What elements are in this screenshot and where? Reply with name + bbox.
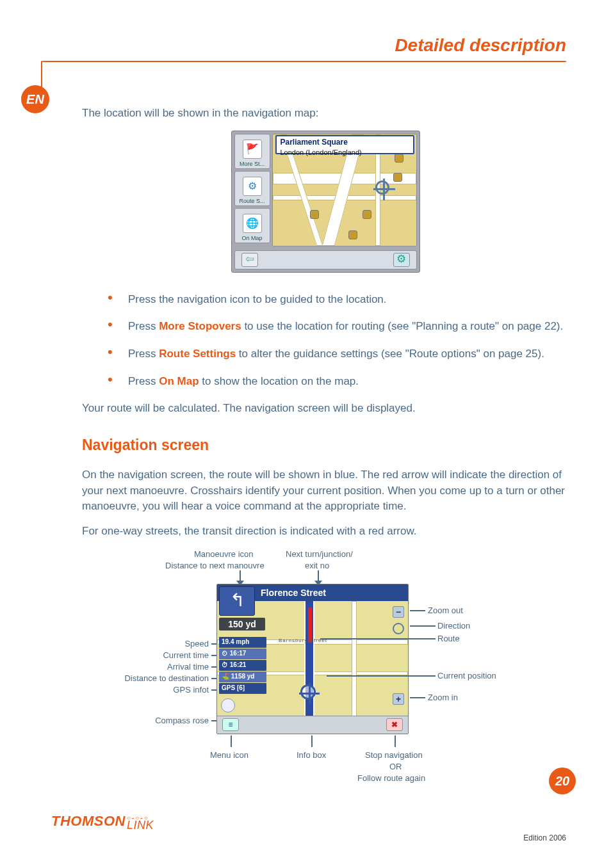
callout-route: Route	[437, 633, 460, 645]
info-speed: 19.4 mph	[219, 637, 266, 648]
flag-icon: 🚩	[243, 140, 262, 159]
options-button[interactable]: ⚙	[393, 253, 410, 267]
intro-paragraph: The location will be shown in the naviga…	[82, 106, 569, 122]
gear-icon: ⚙	[396, 252, 406, 268]
globe-icon: 🌐	[243, 214, 262, 233]
list-text: to alter the guidance settings (see "Rou…	[236, 348, 544, 360]
list-emphasis: On Map	[159, 375, 199, 387]
navigation-screenshot: Barnsbury Street Florence Street ↰ 150 y…	[216, 584, 409, 734]
nav-para-1: On the navigation screen, the route will…	[82, 467, 569, 515]
back-button[interactable]: ⇦	[241, 253, 258, 267]
brand-logo: THOMSON ○-○-○ LINK	[51, 813, 154, 830]
brand-sub: LINK	[127, 821, 154, 830]
tile-label: More St...	[240, 160, 265, 168]
distance-to-next: 150 yd	[219, 618, 265, 631]
direction-icon	[393, 623, 404, 634]
plus-icon: +	[396, 693, 401, 705]
language-badge: EN	[21, 85, 49, 113]
list-item: Press the navigation icon to be guided t…	[108, 292, 569, 308]
tile-label: On Map	[241, 234, 262, 243]
info-arrival-time: ⏱ 16:21	[219, 660, 266, 671]
callout-zoom-out: Zoom out	[428, 605, 463, 617]
callout-current-position: Current position	[437, 670, 496, 682]
gear-flag-icon: ⚙	[243, 177, 262, 196]
list-text: Press	[128, 348, 159, 360]
info-gps: GPS [6]	[219, 683, 266, 694]
callout-stop-nav: Stop navigation	[365, 750, 423, 762]
list-text: to show the location on the map.	[199, 375, 359, 387]
zoom-in-button[interactable]: +	[393, 693, 404, 705]
section-header: Detailed description	[395, 35, 566, 56]
tile-more-stopovers[interactable]: 🚩More St...	[234, 134, 270, 169]
turn-left-icon: ↰	[230, 588, 245, 614]
brand-main: THOMSON	[51, 813, 126, 830]
instruction-list: Press the navigation icon to be guided t…	[108, 292, 569, 390]
callout-or: OR	[389, 761, 402, 773]
address-box: Parliament Square London (London/England…	[275, 135, 414, 154]
list-text: Press	[128, 375, 159, 387]
crosshair-icon	[375, 181, 389, 195]
callout-menu-icon: Menu icon	[210, 750, 248, 762]
callout-distance-to-dest: Distance to destination	[111, 673, 209, 685]
subheading-navigation-screen: Navigation screen	[82, 435, 569, 456]
callout-arrival-time: Arrival time	[156, 661, 209, 673]
callout-direction: Direction	[437, 620, 470, 632]
list-text: Press the navigation icon to be guided t…	[128, 293, 387, 305]
callout-follow-route: Follow route again	[357, 773, 425, 785]
page-number-badge: 20	[549, 768, 576, 794]
minus-icon: −	[396, 606, 401, 618]
list-emphasis: Route Settings	[159, 348, 236, 360]
callout-gps-info: GPS infot	[167, 684, 209, 696]
list-item: Press Route Settings to alter the guidan…	[108, 346, 569, 362]
tile-label: Route S...	[239, 197, 265, 205]
after-bullets-paragraph: Your route will be calculated. The navig…	[82, 401, 569, 417]
poi-icon	[310, 210, 319, 219]
device-map-screenshot: 🚩More St... ⚙Route S... 🌐On Map Parliame…	[231, 131, 420, 273]
callout-compass-rose: Compass rose	[142, 715, 209, 727]
stop-navigation-button[interactable]: ✖	[386, 718, 403, 731]
info-current-time: ⏲ 16:17	[219, 648, 266, 659]
zoom-out-button[interactable]: −	[393, 606, 404, 618]
menu-button[interactable]: ≡	[222, 718, 239, 731]
close-icon: ✖	[391, 719, 398, 730]
callout-speed: Speed	[178, 638, 209, 650]
top-street-text: Florence Street	[261, 586, 326, 599]
info-distance-dest: ⛳ 1158 yd	[219, 671, 266, 682]
address-title: Parliament Square	[281, 137, 409, 148]
callout-manoeuvre-icon: Manoeuvre icon	[194, 549, 254, 561]
arrow-left-icon: ⇦	[245, 252, 254, 268]
nav-diagram: Manoeuvre icon Distance to next manouvre…	[82, 549, 569, 805]
edition-text: Edition 2006	[523, 833, 566, 842]
manoeuvre-icon: ↰	[219, 586, 255, 616]
list-text: Press	[128, 320, 159, 332]
callout-current-time: Current time	[148, 650, 209, 662]
poi-icon	[363, 210, 371, 219]
tile-on-map[interactable]: 🌐On Map	[234, 208, 270, 243]
list-emphasis: More Stopovers	[159, 320, 241, 332]
address-subtitle: London (London/England)	[281, 148, 409, 158]
menu-icon: ≡	[228, 719, 232, 730]
side-info-panel: 19.4 mph ⏲ 16:17 ⏱ 16:21 ⛳ 1158 yd GPS […	[219, 637, 266, 695]
tile-route-settings[interactable]: ⚙Route S...	[234, 171, 270, 206]
callout-distance-next: Distance to next manouvre	[165, 560, 265, 572]
poi-icon	[348, 230, 357, 239]
current-position-crosshair-icon	[300, 684, 316, 700]
poi-icon	[393, 173, 402, 182]
header-rule	[42, 61, 566, 62]
list-text: to use the location for routing (see "Pl…	[241, 320, 564, 332]
callout-zoom-in: Zoom in	[428, 692, 458, 704]
list-item: Press On Map to show the location on the…	[108, 374, 569, 390]
nav-para-2: For one-way streets, the transit directi…	[82, 524, 569, 540]
compass-rose-icon	[221, 698, 235, 712]
callout-next-turn: Next turn/junction/	[286, 549, 353, 561]
callout-info-box: Info box	[297, 750, 326, 762]
list-item: Press More Stopovers to use the location…	[108, 319, 569, 335]
